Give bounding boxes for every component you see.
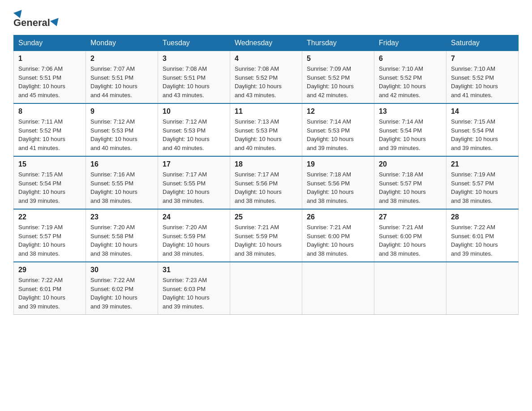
calendar-day-cell: 11 Sunrise: 7:13 AMSunset: 5:53 PMDaylig… — [230, 103, 302, 156]
day-detail: Sunrise: 7:16 AMSunset: 5:55 PMDaylight:… — [90, 171, 137, 204]
logo-general-text2: General — [13, 17, 50, 29]
calendar-day-cell: 30 Sunrise: 7:22 AMSunset: 6:02 PMDaylig… — [86, 262, 158, 315]
day-detail: Sunrise: 7:18 AMSunset: 5:57 PMDaylight:… — [379, 171, 426, 204]
day-number: 31 — [163, 266, 225, 274]
day-detail: Sunrise: 7:12 AMSunset: 5:53 PMDaylight:… — [90, 118, 137, 151]
calendar-day-cell: 23 Sunrise: 7:20 AMSunset: 5:58 PMDaylig… — [86, 209, 158, 262]
day-number: 22 — [18, 213, 81, 221]
calendar-day-cell: 17 Sunrise: 7:17 AMSunset: 5:55 PMDaylig… — [158, 156, 230, 209]
calendar-day-cell: 1 Sunrise: 7:06 AMSunset: 5:51 PMDayligh… — [14, 51, 86, 104]
day-number: 30 — [90, 266, 153, 274]
day-detail: Sunrise: 7:10 AMSunset: 5:52 PMDaylight:… — [379, 65, 426, 98]
day-number: 23 — [90, 213, 153, 221]
calendar-day-cell: 7 Sunrise: 7:10 AMSunset: 5:52 PMDayligh… — [446, 51, 519, 104]
calendar-day-cell: 13 Sunrise: 7:14 AMSunset: 5:54 PMDaylig… — [374, 103, 446, 156]
day-detail: Sunrise: 7:11 AMSunset: 5:52 PMDaylight:… — [18, 118, 65, 151]
day-detail: Sunrise: 7:07 AMSunset: 5:51 PMDaylight:… — [90, 65, 137, 98]
logo: General — [13, 9, 61, 27]
day-detail: Sunrise: 7:21 AMSunset: 5:59 PMDaylight:… — [235, 224, 282, 257]
day-number: 18 — [235, 160, 297, 168]
day-number: 8 — [18, 107, 81, 116]
calendar-day-cell: 25 Sunrise: 7:21 AMSunset: 5:59 PMDaylig… — [230, 209, 302, 262]
day-number: 13 — [379, 107, 442, 116]
day-detail: Sunrise: 7:19 AMSunset: 5:57 PMDaylight:… — [451, 171, 498, 204]
day-number: 12 — [307, 107, 369, 116]
calendar-day-cell: 5 Sunrise: 7:09 AMSunset: 5:52 PMDayligh… — [302, 51, 374, 104]
calendar-day-cell: 21 Sunrise: 7:19 AMSunset: 5:57 PMDaylig… — [446, 156, 519, 209]
calendar-day-cell: 26 Sunrise: 7:21 AMSunset: 6:00 PMDaylig… — [302, 209, 374, 262]
day-number: 20 — [379, 160, 442, 168]
calendar-week-row: 29 Sunrise: 7:22 AMSunset: 6:01 PMDaylig… — [14, 262, 519, 315]
day-number: 28 — [451, 213, 514, 221]
calendar-day-cell: 18 Sunrise: 7:17 AMSunset: 5:56 PMDaylig… — [230, 156, 302, 209]
calendar-day-cell — [230, 262, 302, 315]
calendar-week-row: 15 Sunrise: 7:15 AMSunset: 5:54 PMDaylig… — [14, 156, 519, 209]
day-detail: Sunrise: 7:22 AMSunset: 6:02 PMDaylight:… — [90, 277, 137, 310]
day-detail: Sunrise: 7:08 AMSunset: 5:51 PMDaylight:… — [163, 65, 210, 98]
calendar-day-cell: 24 Sunrise: 7:20 AMSunset: 5:59 PMDaylig… — [158, 209, 230, 262]
day-detail: Sunrise: 7:19 AMSunset: 5:57 PMDaylight:… — [18, 224, 65, 257]
calendar-day-cell: 4 Sunrise: 7:08 AMSunset: 5:52 PMDayligh… — [230, 51, 302, 104]
calendar-day-cell: 16 Sunrise: 7:16 AMSunset: 5:55 PMDaylig… — [86, 156, 158, 209]
day-detail: Sunrise: 7:06 AMSunset: 5:51 PMDaylight:… — [18, 65, 65, 98]
weekday-header-row: SundayMondayTuesdayWednesdayThursdayFrid… — [14, 35, 519, 51]
calendar-day-cell: 28 Sunrise: 7:22 AMSunset: 6:01 PMDaylig… — [446, 209, 519, 262]
calendar-day-cell: 2 Sunrise: 7:07 AMSunset: 5:51 PMDayligh… — [86, 51, 158, 104]
day-detail: Sunrise: 7:08 AMSunset: 5:52 PMDaylight:… — [235, 65, 282, 98]
day-number: 6 — [379, 55, 442, 63]
calendar-day-cell: 19 Sunrise: 7:18 AMSunset: 5:56 PMDaylig… — [302, 156, 374, 209]
calendar-week-row: 22 Sunrise: 7:19 AMSunset: 5:57 PMDaylig… — [14, 209, 519, 262]
day-detail: Sunrise: 7:22 AMSunset: 6:01 PMDaylight:… — [451, 224, 498, 257]
day-number: 14 — [451, 107, 514, 116]
calendar-day-cell: 31 Sunrise: 7:23 AMSunset: 6:03 PMDaylig… — [158, 262, 230, 315]
day-detail: Sunrise: 7:20 AMSunset: 5:58 PMDaylight:… — [90, 224, 137, 257]
calendar-week-row: 1 Sunrise: 7:06 AMSunset: 5:51 PMDayligh… — [14, 51, 519, 104]
day-detail: Sunrise: 7:12 AMSunset: 5:53 PMDaylight:… — [163, 118, 210, 151]
day-number: 9 — [90, 107, 153, 116]
day-detail: Sunrise: 7:20 AMSunset: 5:59 PMDaylight:… — [163, 224, 210, 257]
day-detail: Sunrise: 7:14 AMSunset: 5:54 PMDaylight:… — [379, 118, 426, 151]
weekday-header-tuesday: Tuesday — [158, 35, 230, 51]
calendar-day-cell: 10 Sunrise: 7:12 AMSunset: 5:53 PMDaylig… — [158, 103, 230, 156]
day-detail: Sunrise: 7:23 AMSunset: 6:03 PMDaylight:… — [163, 277, 210, 310]
calendar-day-cell — [446, 262, 519, 315]
calendar-day-cell: 9 Sunrise: 7:12 AMSunset: 5:53 PMDayligh… — [86, 103, 158, 156]
calendar-day-cell — [302, 262, 374, 315]
calendar-day-cell: 6 Sunrise: 7:10 AMSunset: 5:52 PMDayligh… — [374, 51, 446, 104]
day-detail: Sunrise: 7:17 AMSunset: 5:56 PMDaylight:… — [235, 171, 282, 204]
logo-icon — [50, 18, 61, 28]
calendar-day-cell: 27 Sunrise: 7:21 AMSunset: 6:00 PMDaylig… — [374, 209, 446, 262]
page-header: General — [13, 9, 519, 27]
calendar-day-cell: 20 Sunrise: 7:18 AMSunset: 5:57 PMDaylig… — [374, 156, 446, 209]
day-detail: Sunrise: 7:10 AMSunset: 5:52 PMDaylight:… — [451, 65, 498, 98]
day-detail: Sunrise: 7:18 AMSunset: 5:56 PMDaylight:… — [307, 171, 354, 204]
day-number: 17 — [163, 160, 225, 168]
day-detail: Sunrise: 7:17 AMSunset: 5:55 PMDaylight:… — [163, 171, 210, 204]
day-number: 27 — [379, 213, 442, 221]
calendar-day-cell: 8 Sunrise: 7:11 AMSunset: 5:52 PMDayligh… — [14, 103, 86, 156]
day-number: 24 — [163, 213, 225, 221]
weekday-header-monday: Monday — [86, 35, 158, 51]
weekday-header-wednesday: Wednesday — [230, 35, 302, 51]
weekday-header-thursday: Thursday — [302, 35, 374, 51]
calendar-day-cell: 3 Sunrise: 7:08 AMSunset: 5:51 PMDayligh… — [158, 51, 230, 104]
day-number: 16 — [90, 160, 153, 168]
day-number: 3 — [163, 55, 225, 63]
day-detail: Sunrise: 7:22 AMSunset: 6:01 PMDaylight:… — [18, 277, 65, 310]
calendar-day-cell: 22 Sunrise: 7:19 AMSunset: 5:57 PMDaylig… — [14, 209, 86, 262]
day-detail: Sunrise: 7:15 AMSunset: 5:54 PMDaylight:… — [18, 171, 65, 204]
day-number: 1 — [18, 55, 81, 63]
weekday-header-friday: Friday — [374, 35, 446, 51]
calendar-table: SundayMondayTuesdayWednesdayThursdayFrid… — [13, 35, 519, 315]
day-number: 11 — [235, 107, 297, 116]
day-detail: Sunrise: 7:09 AMSunset: 5:52 PMDaylight:… — [307, 65, 354, 98]
day-detail: Sunrise: 7:14 AMSunset: 5:53 PMDaylight:… — [307, 118, 354, 151]
day-detail: Sunrise: 7:13 AMSunset: 5:53 PMDaylight:… — [235, 118, 282, 151]
day-detail: Sunrise: 7:21 AMSunset: 6:00 PMDaylight:… — [307, 224, 354, 257]
day-number: 21 — [451, 160, 514, 168]
day-number: 2 — [90, 55, 153, 63]
day-number: 4 — [235, 55, 297, 63]
calendar-week-row: 8 Sunrise: 7:11 AMSunset: 5:52 PMDayligh… — [14, 103, 519, 156]
calendar-day-cell: 29 Sunrise: 7:22 AMSunset: 6:01 PMDaylig… — [14, 262, 86, 315]
day-number: 19 — [307, 160, 369, 168]
